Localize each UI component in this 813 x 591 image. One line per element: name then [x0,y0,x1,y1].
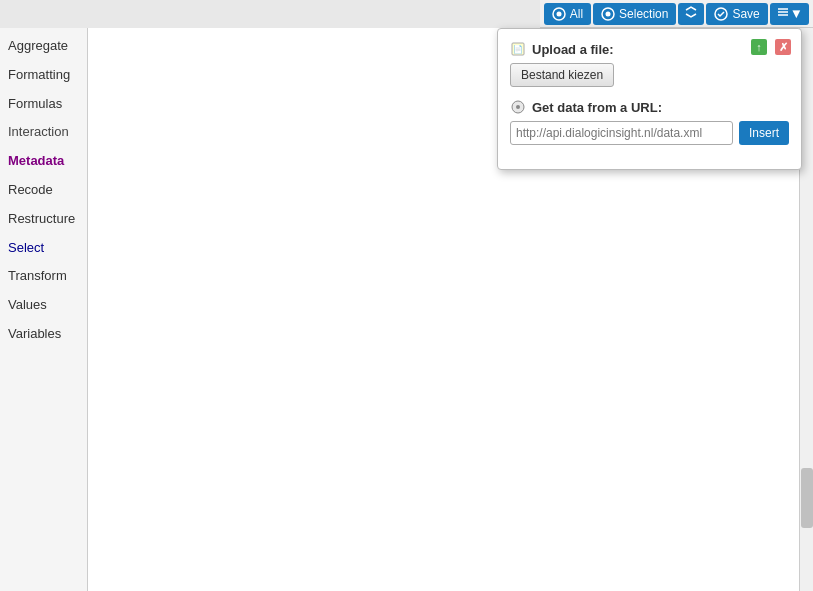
sidebar-item-formatting[interactable]: Formatting [0,61,87,90]
file-choose-button[interactable]: Bestand kiezen [510,63,614,87]
sidebar-item-formulas[interactable]: Formulas [0,90,87,119]
selection-label: Selection [619,7,668,21]
svg-text:✗: ✗ [779,41,788,53]
url-section-title: Get data from a URL: [510,99,789,115]
url-section: Get data from a URL: Insert [510,99,789,145]
svg-text:📄: 📄 [513,44,523,54]
svg-point-15 [516,105,520,109]
selection-icon [601,7,615,21]
url-icon [510,99,526,115]
sidebar-item-select[interactable]: Select [0,234,87,263]
sidebar-item-restructure[interactable]: Restructure [0,205,87,234]
sidebar-item-transform[interactable]: Transform [0,262,87,291]
all-icon [552,7,566,21]
sidebar-item-aggregate[interactable]: Aggregate [0,32,87,61]
sidebar-item-recode[interactable]: Recode [0,176,87,205]
sidebar: Aggregate Formatting Formulas Interactio… [0,28,88,591]
more-icon [776,5,790,22]
url-input[interactable] [510,121,733,145]
sidebar-item-metadata[interactable]: Metadata [0,147,87,176]
upload-section: 📄 Upload a file: Bestand kiezen [510,41,789,87]
save-label: Save [732,7,759,21]
popup-icon-1[interactable]: ↑ [749,37,769,57]
sidebar-item-variables[interactable]: Variables [0,320,87,349]
selection-button[interactable]: Selection [593,3,676,25]
data-source-popup: ↑ ✗ 📄 Upload a file: Bestand kiezen [497,28,802,170]
save-button[interactable]: Save [706,3,767,25]
popup-icon-2[interactable]: ✗ [773,37,793,57]
scrollbar-thumb[interactable] [801,468,813,528]
upload-icon: 📄 [510,41,526,57]
more-button[interactable]: ▼ [770,3,809,25]
chevron-down-icon: ▼ [790,6,803,21]
svg-point-1 [556,11,561,16]
toolbar: All Selection Save ▼ [540,0,813,28]
expand-button[interactable] [678,3,704,25]
save-icon [714,7,728,21]
sidebar-item-values[interactable]: Values [0,291,87,320]
insert-button[interactable]: Insert [739,121,789,145]
upload-section-title: 📄 Upload a file: [510,41,789,57]
all-label: All [570,7,583,21]
svg-text:↑: ↑ [756,41,762,53]
popup-top-icons: ↑ ✗ [749,37,793,57]
sidebar-item-interaction[interactable]: Interaction [0,118,87,147]
url-title-text: Get data from a URL: [532,100,662,115]
url-input-row: Insert [510,121,789,145]
expand-icon [684,5,698,22]
upload-title-text: Upload a file: [532,42,614,57]
svg-point-3 [606,11,611,16]
all-button[interactable]: All [544,3,591,25]
